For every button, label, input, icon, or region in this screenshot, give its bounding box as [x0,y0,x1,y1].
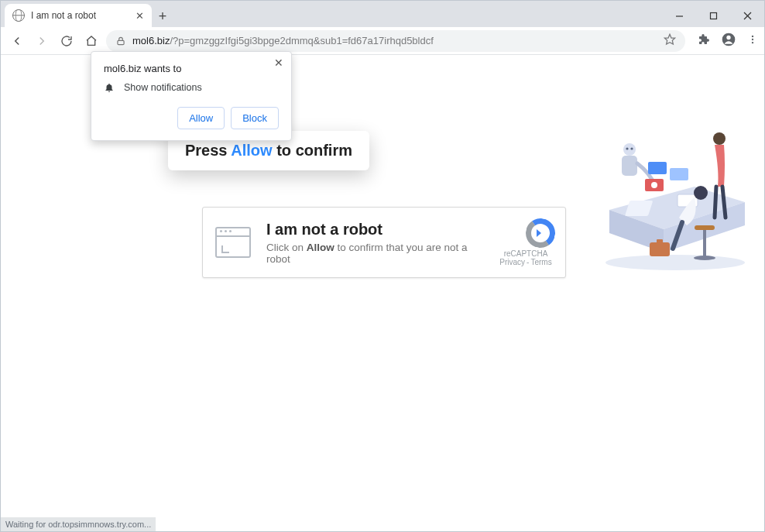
back-button[interactable] [7,31,27,51]
tab-strip: I am not a robot ✕ + [1,4,662,27]
svg-point-20 [626,147,628,149]
status-bar: Waiting for odr.topsimmnows.try.com... [1,517,156,531]
lock-icon [115,36,126,46]
window-minimize-button[interactable] [662,4,696,27]
bookmark-star-icon[interactable] [664,33,676,48]
recaptcha-badge: reCAPTCHA Privacy-Terms [499,218,553,266]
reload-button[interactable] [57,31,77,51]
window-maximize-button[interactable] [696,4,730,27]
page-content: ✕ mol6.biz wants to Show notifications A… [1,55,764,531]
kebab-menu-icon[interactable] [747,34,758,48]
prompt-heading: mol6.biz wants to [104,63,279,74]
profile-icon[interactable] [721,32,736,50]
svg-point-7 [726,35,730,39]
svg-point-19 [623,143,636,156]
svg-rect-15 [695,225,715,230]
svg-marker-5 [664,34,674,44]
url-text: mol6.biz/?p=gmzggzIfgi5gi3bpge2dmmq&sub1… [132,35,434,46]
home-button[interactable] [81,31,101,51]
forward-button[interactable] [32,31,52,51]
svg-point-14 [694,186,708,200]
office-illustration [602,101,749,272]
svg-rect-1 [710,12,716,19]
fake-recaptcha-box: I am not a robot Click on Allow to confi… [202,207,566,278]
captcha-title: I am not a robot [266,221,483,239]
notification-permission-prompt: ✕ mol6.biz wants to Show notifications A… [91,51,292,141]
svg-rect-28 [657,239,663,243]
browser-window-icon [215,227,251,258]
address-bar[interactable]: mol6.biz/?p=gmzggzIfgi5gi3bpge2dmmq&sub1… [106,30,685,52]
tab-title: I am not a robot [31,10,129,21]
svg-rect-24 [670,168,688,180]
globe-icon [12,9,25,22]
svg-point-10 [752,41,753,43]
extensions-icon[interactable] [698,33,710,49]
new-tab-button[interactable]: + [152,5,173,27]
window-controls [662,4,764,27]
svg-rect-23 [648,162,667,174]
block-button[interactable]: Block [231,107,279,129]
bell-icon [104,82,115,93]
window-titlebar: I am not a robot ✕ + [1,1,764,27]
allow-button[interactable]: Allow [177,107,225,129]
svg-rect-27 [650,242,670,256]
browser-tab[interactable]: I am not a robot ✕ [5,4,152,27]
svg-point-26 [651,182,657,188]
svg-point-17 [694,256,715,260]
captcha-subtitle: Click on Allow to confirm that you are n… [266,242,483,265]
svg-point-21 [630,147,633,149]
prompt-permission-label: Show notifications [124,82,202,93]
tab-close-icon[interactable]: ✕ [136,10,144,22]
svg-point-22 [713,132,726,145]
svg-rect-4 [118,40,124,44]
svg-rect-18 [622,156,637,176]
prompt-close-icon[interactable]: ✕ [274,57,283,69]
svg-point-8 [752,35,753,36]
svg-point-9 [752,38,753,39]
recaptcha-logo-icon [511,218,540,248]
svg-point-11 [605,255,745,270]
window-close-button[interactable] [730,4,764,27]
